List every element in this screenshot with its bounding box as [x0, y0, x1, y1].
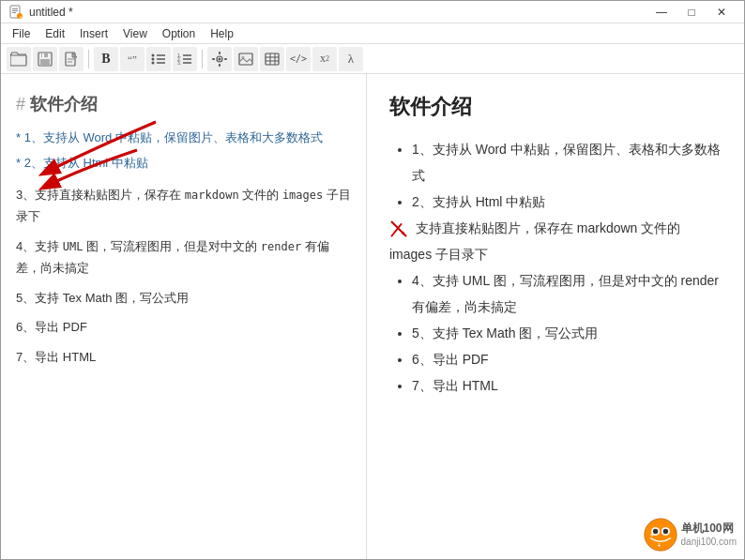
editor-para-3: 3、支持直接粘贴图片，保存在 markdown 文件的 images 子目录下: [16, 184, 351, 228]
svg-point-18: [152, 61, 155, 64]
preview-panel: 软件介绍 1、支持从 Word 中粘贴，保留图片、表格和大多数格式 2、支持从 …: [367, 74, 744, 559]
svg-text:3.: 3.: [177, 60, 181, 66]
svg-rect-9: [42, 53, 44, 57]
menu-view[interactable]: View: [115, 25, 155, 42]
settings-button[interactable]: [207, 47, 232, 71]
titlebar: ✓ untitled * — □ ✕: [1, 1, 744, 23]
bold-button[interactable]: B: [94, 47, 118, 71]
svg-point-45: [650, 533, 654, 537]
svg-rect-30: [212, 58, 215, 60]
menu-option[interactable]: Option: [155, 25, 203, 42]
watermark-text-block: 单机100网 danji100.com: [681, 522, 737, 549]
watermark-site-name: 单机100网: [681, 522, 737, 537]
list-item: 4、支持 UML 图，写流程图用，但是对中文的 render 有偏差，尚未搞定: [412, 267, 722, 320]
menubar: File Edit Insert View Option Help: [1, 23, 744, 44]
svg-point-14: [152, 53, 155, 56]
watermark-url: danji100.com: [681, 536, 737, 548]
svg-rect-28: [219, 52, 220, 54]
toolbar-separator-1: [88, 50, 89, 68]
code-button[interactable]: </>: [286, 47, 311, 71]
menu-help[interactable]: Help: [203, 25, 241, 42]
lambda-button[interactable]: λ: [339, 47, 363, 71]
list-item: 5、支持 Tex Math 图，写公式用: [412, 320, 722, 346]
watermark-logo-icon: +: [644, 518, 677, 552]
list-item: 1、支持从 Word 中粘贴，保留图片、表格和大多数格式: [412, 136, 722, 189]
window-controls: — □ ✕: [646, 1, 737, 23]
quote-button[interactable]: “”: [120, 47, 144, 71]
list-item: 6、导出 PDF: [412, 346, 722, 372]
svg-point-16: [152, 57, 155, 60]
svg-rect-31: [224, 58, 227, 60]
svg-text:+: +: [657, 542, 661, 549]
menu-edit[interactable]: Edit: [38, 25, 72, 42]
image-button[interactable]: [234, 47, 258, 71]
table-button[interactable]: [260, 47, 284, 71]
hash-symbol: #: [16, 95, 25, 114]
open-folder-button[interactable]: [7, 47, 31, 71]
list-item: 2、支持从 Html 中粘贴: [412, 189, 722, 215]
menu-file[interactable]: File: [5, 25, 38, 42]
editor-para-6: 6、导出 PDF: [16, 316, 351, 338]
new-file-button[interactable]: [59, 47, 84, 71]
maximize-button[interactable]: □: [677, 1, 707, 23]
svg-rect-10: [40, 59, 50, 65]
svg-rect-2: [12, 10, 18, 11]
preview-list: 1、支持从 Word 中粘贴，保留图片、表格和大多数格式 2、支持从 Html …: [389, 136, 722, 399]
list-item: 支持直接粘贴图片，保存在 markdown 文件的 images 子目录下: [389, 215, 722, 267]
window-title: untitled *: [29, 6, 646, 19]
list-item: 7、导出 HTML: [412, 372, 722, 399]
svg-rect-3: [12, 12, 16, 13]
close-button[interactable]: ✕: [707, 1, 737, 23]
svg-point-27: [219, 57, 221, 60]
svg-rect-6: [10, 55, 26, 66]
svg-rect-34: [266, 53, 279, 65]
editor-link-1[interactable]: * 1、支持从 Word 中粘贴，保留图片、表格和大多数格式: [16, 127, 351, 148]
svg-rect-29: [219, 64, 220, 67]
svg-point-43: [652, 529, 657, 534]
preview-heading: 软件介绍: [389, 93, 722, 121]
superscript-button[interactable]: x2: [312, 47, 337, 71]
svg-rect-32: [239, 53, 252, 65]
main-window: ✓ untitled * — □ ✕ File Edit Insert View…: [0, 0, 745, 560]
editor-para-7: 7、导出 HTML: [16, 346, 351, 368]
minimize-button[interactable]: —: [646, 1, 677, 23]
app-icon: ✓: [8, 5, 23, 20]
editor-title-text: 软件介绍: [30, 95, 98, 114]
menu-insert[interactable]: Insert: [72, 25, 115, 42]
editor-link-2[interactable]: * 2、支持从 Html 中粘贴: [16, 152, 351, 174]
main-area: # 软件介绍 * 1、支持从 Word 中粘贴，保留图片、表格和大多数格式 * …: [1, 74, 744, 559]
editor-para-4: 4、支持 UML 图，写流程图用，但是对中文的 render 有偏差，尚未搞定: [16, 235, 351, 280]
save-button[interactable]: [33, 47, 57, 71]
svg-rect-1: [12, 8, 18, 9]
editor-panel[interactable]: # 软件介绍 * 1、支持从 Word 中粘贴，保留图片、表格和大多数格式 * …: [1, 74, 367, 559]
watermark: + 单机100网 danji100.com: [644, 518, 737, 552]
toolbar-separator-2: [202, 50, 203, 68]
svg-text:✓: ✓: [19, 13, 23, 19]
editor-para-5: 5、支持 Tex Math 图，写公式用: [16, 287, 351, 309]
svg-point-44: [662, 529, 667, 534]
list-unordered-button[interactable]: [146, 47, 171, 71]
toolbar: B “” 1.2.3. </> x2 λ: [1, 44, 744, 74]
list-ordered-button[interactable]: 1.2.3.: [173, 47, 197, 71]
editor-heading: # 软件介绍: [16, 93, 351, 115]
